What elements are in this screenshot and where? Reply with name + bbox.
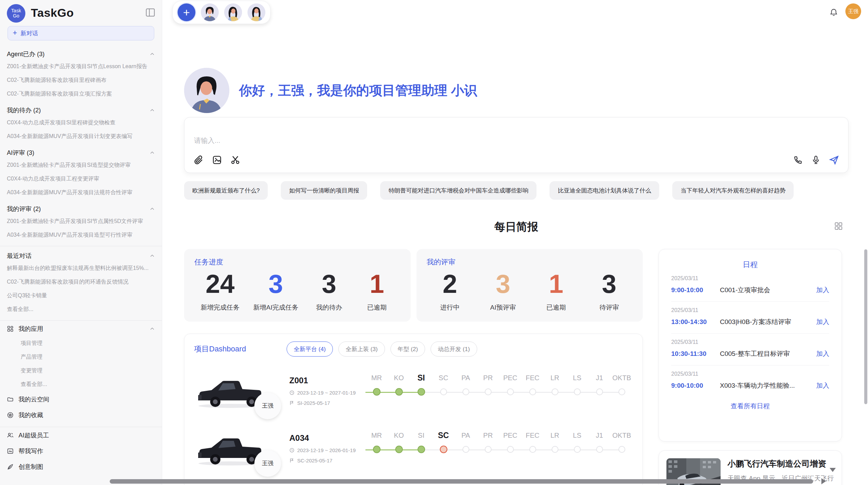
sidebar-item-favorites[interactable]: 我的收藏 — [7, 408, 155, 423]
sidebar-app-item[interactable]: 产品管理 — [21, 350, 155, 364]
sidebar-recent-item[interactable]: 解释最新出台的欧盟报废车法规再生塑料比例被调至15%... — [7, 261, 155, 275]
milestone[interactable]: MR — [365, 429, 388, 453]
suggestion-chip[interactable]: 比亚迪全固态电池计划具体说了什么 — [550, 181, 659, 200]
filter-pill[interactable]: 全新上装 (3) — [338, 341, 385, 357]
sidebar-item-cloud-space[interactable]: 我的云空间 — [7, 392, 155, 407]
metric-label: 待评审 — [592, 303, 626, 312]
milestone[interactable]: PR — [477, 372, 499, 396]
sidebar-task-item[interactable]: C02-飞腾新能源轻客改款项目里程碑画布 — [7, 73, 155, 87]
new-chat-button[interactable]: + 新对话 — [8, 26, 154, 40]
milestone[interactable]: LS — [566, 429, 588, 453]
sidebar-item-my-apps[interactable]: 我的应用 — [7, 321, 155, 336]
project-row-z001[interactable]: 王强 Z001 2023-12-19 ~ 2027-01-19 — [194, 370, 633, 411]
event-join-link[interactable]: 加入 — [816, 286, 829, 295]
milestone[interactable]: LR — [544, 429, 566, 453]
sidebar-task-item[interactable]: Z001-全新燃油轻卡产品开发项目SI造型提交物评审 — [7, 158, 155, 172]
milestone-dot — [373, 388, 381, 396]
metric-label: 我的待办 — [312, 303, 346, 312]
sidebar-recent-item[interactable]: C02-飞腾新能源轻客改款项目的闭环通告反馈情况 — [7, 275, 155, 289]
milestone[interactable]: SI — [410, 429, 432, 453]
event-join-link[interactable]: 加入 — [816, 318, 829, 326]
milestone[interactable]: FEC — [521, 372, 544, 396]
milestone[interactable]: PA — [455, 429, 477, 453]
chevron-up-icon[interactable] — [149, 206, 155, 212]
milestone[interactable]: SC — [432, 429, 455, 453]
sidebar-task-item[interactable]: C0X4-动力总成开发项目SI里程碑提交物检查 — [7, 116, 155, 129]
milestone[interactable]: PA — [455, 372, 477, 396]
suggestion-chip[interactable]: 欧洲新规最近颁布了什么? — [184, 181, 268, 200]
milestone[interactable]: PEC — [499, 429, 521, 453]
schedule-view-all-link[interactable]: 查看所有日程 — [671, 402, 829, 411]
filter-pill[interactable]: 全新平台 (4) — [287, 341, 333, 357]
sidebar-app-item[interactable]: 变更管理 — [21, 364, 155, 377]
event-join-link[interactable]: 加入 — [816, 349, 829, 358]
chevron-up-icon[interactable] — [149, 150, 155, 156]
chevron-up-icon[interactable] — [149, 51, 155, 57]
milestone[interactable]: LR — [544, 372, 566, 396]
milestone[interactable]: PEC — [499, 372, 521, 396]
chevron-up-icon[interactable] — [149, 326, 155, 332]
filter-pill[interactable]: 动总开发 (1) — [431, 341, 477, 357]
milestone[interactable]: LS — [566, 372, 588, 396]
filter-pill[interactable]: 年型 (2) — [390, 341, 425, 357]
suggestion-chip[interactable]: 当下年轻人对汽车外观有怎样的喜好趋势 — [672, 181, 794, 200]
sidebar-app-item[interactable]: 项目管理 — [21, 336, 155, 350]
milestone-label: LR — [544, 372, 566, 384]
milestone[interactable]: SC — [432, 372, 455, 396]
milestone[interactable]: OKTB — [611, 429, 633, 453]
recent-view-all-link[interactable]: 查看全部... — [7, 302, 155, 316]
main-area: + 王强 你好，王强，我是你的项目管理助理 小识 — [162, 0, 868, 485]
scissors-icon[interactable] — [230, 155, 241, 165]
image-icon[interactable] — [212, 155, 222, 165]
suggestion-chip[interactable]: 特朗普可能对进口汽车增税会对中国车企造成哪些影响 — [380, 181, 537, 200]
app-logo-text-top: Task — [11, 8, 21, 13]
layout-grid-icon[interactable] — [834, 222, 843, 232]
milestone[interactable]: MR — [365, 372, 388, 396]
milestone[interactable]: KO — [388, 372, 410, 396]
sidebar-item-creative-draw[interactable]: 创意制图 — [7, 459, 155, 474]
phone-call-icon[interactable] — [793, 155, 803, 165]
event-join-link[interactable]: 加入 — [816, 381, 829, 390]
scroll-down-arrow-icon[interactable] — [830, 468, 836, 472]
scroll-right-arrow-icon[interactable] — [821, 478, 826, 484]
chevron-up-icon[interactable] — [149, 108, 155, 113]
project-owner-badge: 王强 — [254, 393, 281, 419]
chevron-up-icon[interactable] — [149, 253, 155, 259]
plus-icon: + — [13, 29, 17, 37]
sidebar-app-item[interactable]: 查看全部... — [21, 377, 155, 391]
sidebar-item-ai-super-staff[interactable]: AI超级员工 — [7, 428, 155, 443]
sidebar-item-help-write[interactable]: 帮我写作 — [7, 444, 155, 459]
sidebar-task-item[interactable]: A034-全新新能源MUV产品开发项目法规符合性评审 — [7, 186, 155, 199]
microphone-icon[interactable] — [811, 155, 821, 165]
sidebar-task-item[interactable]: A034-全新新能源MUV产品开发项目造型可行性评审 — [7, 228, 155, 242]
metric: 3 新增AI完成任务 — [253, 270, 299, 312]
metric: 1 已逾期 — [360, 270, 394, 312]
sidebar-task-item[interactable]: C02-飞腾新能源轻客改款项目立项汇报方案 — [7, 87, 155, 101]
sidebar-task-item[interactable]: A034-全新新能源MUV产品开发项目计划变更表编写 — [7, 129, 155, 143]
horizontal-scrollbar[interactable] — [110, 479, 813, 484]
milestone-label: PR — [477, 429, 499, 442]
milestone[interactable]: SI — [410, 372, 432, 396]
event-title: X003-车辆动力学性能验... — [720, 381, 816, 390]
sidebar-collapse-icon[interactable] — [146, 8, 155, 18]
milestone[interactable]: KO — [388, 429, 410, 453]
send-icon[interactable] — [829, 155, 839, 165]
project-row-a034[interactable]: 王强 A034 2023-12-19 ~ 2026-01-19 — [194, 428, 633, 469]
milestone[interactable]: OKTB — [611, 372, 633, 396]
milestone-label: SI — [410, 372, 432, 384]
sidebar-task-item[interactable]: Z001-全新燃油轻卡产品开发项目SI节点属性5D文件评审 — [7, 214, 155, 228]
milestone[interactable]: PR — [477, 429, 499, 453]
suggestion-chip[interactable]: 如何写一份清晰的项目周报 — [281, 181, 367, 200]
vertical-scrollbar[interactable] — [864, 249, 867, 404]
attachment-paperclip-icon[interactable] — [193, 155, 204, 165]
milestone[interactable]: J1 — [588, 372, 611, 396]
milestone-dot — [462, 388, 469, 395]
message-input[interactable] — [194, 137, 743, 145]
clock-icon — [289, 390, 294, 395]
milestone[interactable]: J1 — [588, 429, 611, 453]
sidebar-task-item[interactable]: C0X4-动力总成开发项目工程变更评审 — [7, 172, 155, 186]
milestone[interactable]: FEC — [521, 429, 544, 453]
milestone-label: MR — [365, 372, 388, 384]
sidebar-recent-item[interactable]: 公司Q3轻卡销量 — [7, 289, 155, 302]
sidebar-task-item[interactable]: Z001-全新燃油皮卡产品开发项目SI节点Lesson Learn报告 — [7, 60, 155, 73]
